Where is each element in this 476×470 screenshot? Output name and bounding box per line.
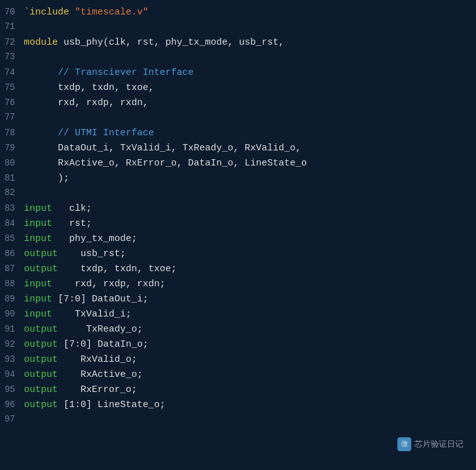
token: // Transciever Interface (58, 67, 194, 78)
line-content: input clk; (24, 201, 468, 216)
token: module (24, 37, 58, 48)
token: output (24, 354, 58, 365)
line-number: 94 (0, 368, 24, 382)
line-number: 82 (0, 186, 24, 200)
line-number: 93 (0, 353, 24, 367)
code-line: 91output TxReady_o; (0, 322, 476, 337)
line-content: rxd, rxdp, rxdn, (24, 96, 468, 110)
line-content: module usb_phy(clk, rst, phy_tx_mode, us… (24, 35, 468, 50)
token: output (24, 339, 58, 350)
token: output (24, 324, 58, 335)
code-line: 92output [7:0] DataIn_o; (0, 337, 476, 352)
code-line: 74 // Transciever Interface (0, 65, 476, 81)
token: rst; (52, 218, 92, 229)
line-number: 86 (0, 247, 24, 261)
line-number: 70 (0, 6, 24, 20)
token: [7:0] DataOut_i; (52, 294, 148, 305)
token: output (24, 264, 58, 274)
line-number: 87 (0, 262, 24, 276)
code-line: 75 txdp, txdn, txoe, (0, 81, 476, 96)
code-line: 79 DataOut_i, TxValid_i, TxReady_o, RxVa… (0, 141, 476, 156)
token: // UTMI Interface (58, 128, 154, 138)
line-number: 95 (0, 383, 24, 397)
code-line: 86output usb_rst; (0, 247, 476, 262)
line-number: 91 (0, 323, 24, 337)
line-number: 96 (0, 398, 24, 412)
watermark: 微 芯片验证日记 (397, 437, 463, 451)
token: rxd, rxdp, rxdn; (52, 279, 165, 289)
line-content: output [1:0] LineState_o; (24, 398, 468, 412)
line-content: input TxValid_i; (24, 307, 468, 322)
token: [1:0] LineState_o; (58, 400, 165, 410)
token: input (24, 294, 52, 305)
token: RxValid_o; (58, 354, 137, 365)
token: ); (24, 173, 69, 184)
line-content: output RxValid_o; (24, 352, 468, 367)
line-number: 83 (0, 202, 24, 216)
token: txdp, txdn, txoe, (24, 82, 154, 93)
code-line: 70`include "timescale.v" (0, 5, 476, 20)
line-content: DataOut_i, TxValid_i, TxReady_o, RxValid… (24, 141, 468, 155)
line-number: 74 (0, 66, 24, 80)
line-number: 78 (0, 126, 24, 140)
code-line: 80 RxActive_o, RxError_o, DataIn_o, Line… (0, 156, 476, 171)
line-content: input [7:0] DataOut_i; (24, 292, 468, 306)
token: RxActive_o; (58, 369, 143, 380)
token: TxReady_o; (58, 324, 143, 335)
token: input (24, 218, 52, 229)
line-content: output txdp, txdn, txoe; (24, 262, 468, 276)
line-number: 71 (0, 20, 24, 34)
line-number: 79 (0, 142, 24, 155)
token: DataOut_i, TxValid_i, TxReady_o, RxValid… (24, 143, 301, 154)
line-number: 81 (0, 172, 24, 186)
code-line: 95output RxError_o; (0, 383, 476, 398)
line-content: output RxActive_o; (24, 367, 468, 382)
code-line: 84input rst; (0, 216, 476, 232)
line-number: 85 (0, 232, 24, 246)
token: usb_phy(clk, rst, phy_tx_mode, usb_rst, (58, 37, 284, 48)
token: `include (24, 7, 69, 18)
line-content: `include "timescale.v" (24, 5, 468, 20)
line-content: output RxError_o; (24, 383, 468, 397)
line-number: 80 (0, 157, 24, 171)
line-number: 92 (0, 338, 24, 352)
code-line: 73 (0, 50, 476, 65)
code-line: 97 (0, 413, 476, 428)
token: [7:0] DataIn_o; (58, 339, 148, 350)
line-content: // UTMI Interface (24, 126, 468, 140)
line-number: 73 (0, 50, 24, 64)
token: input (24, 309, 52, 320)
token: input (24, 233, 52, 244)
line-number: 97 (0, 413, 24, 427)
code-line: 94output RxActive_o; (0, 367, 476, 383)
code-line: 85input phy_tx_mode; (0, 232, 476, 247)
code-line: 93output RxValid_o; (0, 352, 476, 367)
code-line: 96output [1:0] LineState_o; (0, 398, 476, 413)
token: input (24, 203, 52, 214)
code-line: 90input TxValid_i; (0, 307, 476, 322)
token (69, 7, 75, 18)
token (24, 67, 58, 78)
token: clk; (52, 203, 92, 214)
line-content: ); (24, 171, 468, 186)
code-line: 72module usb_phy(clk, rst, phy_tx_mode, … (0, 35, 476, 50)
code-line: 76 rxd, rxdp, rxdn, (0, 96, 476, 111)
token: txdp, txdn, txoe; (58, 264, 177, 274)
watermark-icon: 微 (397, 437, 411, 451)
code-line: 87output txdp, txdn, txoe; (0, 262, 476, 277)
line-number: 90 (0, 308, 24, 322)
line-number: 75 (0, 81, 24, 95)
token: output (24, 384, 58, 395)
line-number: 77 (0, 111, 24, 125)
token: TxValid_i; (52, 309, 131, 320)
line-content: input rxd, rxdp, rxdn; (24, 277, 468, 291)
code-line: 82 (0, 186, 476, 201)
line-number: 89 (0, 293, 24, 306)
token: output (24, 400, 58, 410)
line-number: 72 (0, 36, 24, 50)
watermark-text: 芯片验证日记 (414, 438, 463, 450)
token: rxd, rxdp, rxdn, (24, 98, 148, 108)
code-line: 83input clk; (0, 201, 476, 216)
token: RxError_o; (58, 384, 137, 395)
line-content: // Transciever Interface (24, 65, 468, 80)
